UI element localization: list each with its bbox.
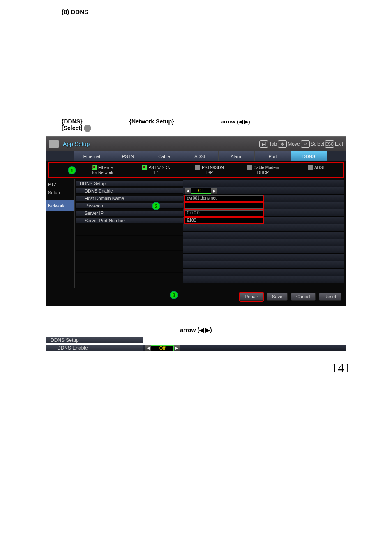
host-domain-field[interactable]: dvr001.ddns.net [185, 195, 263, 201]
intro-select: [Select] [62, 125, 83, 131]
sidebar: PTZ Setup Network [46, 179, 74, 288]
move-hint-label: Move [288, 141, 300, 147]
host-domain-label: Host Domain Name [76, 196, 183, 201]
exit-hint-icon: ESC [325, 140, 334, 148]
arrow-left-icon[interactable]: ◀ [185, 188, 191, 194]
intro-netsetup: {Network Setup} [129, 118, 174, 125]
checkbox-icon[interactable] [247, 165, 252, 170]
titlebar: App Setup ▶ITab ✥Move ↵Select ESCExit [46, 137, 346, 151]
app-window: App Setup ▶ITab ✥Move ↵Select ESCExit Et… [46, 136, 346, 306]
move-hint-icon: ✥ [278, 140, 287, 148]
sidebar-network[interactable]: Network [46, 200, 74, 211]
sp-enable-label: DDNS Enable [46, 345, 143, 351]
arrow-right-icon[interactable]: ▶ [211, 188, 217, 194]
arrow-left-icon[interactable]: ◀ [145, 345, 151, 351]
exit-hint-label: Exit [335, 141, 343, 147]
conn-pad: 1 [49, 163, 76, 177]
marker-1: 1 [68, 166, 76, 174]
page-number: 141 [0, 352, 392, 388]
buttons-row: 3 Repair Save Cancel Reset [46, 288, 346, 306]
select-hint-label: Select [311, 141, 324, 147]
sp-title: DDNS Setup [46, 337, 143, 343]
server-ip-label: Server IP [76, 211, 183, 216]
secondary-caption: arrow (◀ ▶) [0, 327, 392, 333]
conn-adsl[interactable]: ADSL [290, 163, 343, 177]
main-body: PTZ Setup Network 2 DDNS Setup DDNS Enab… [46, 179, 346, 288]
intro-line: {DDNS} {Network Setup} arrow (◀ ▶) [Sele… [0, 118, 392, 132]
tab-alarm[interactable]: Alarm [219, 151, 255, 161]
sp-off-value[interactable]: Off [151, 345, 174, 351]
intro-arrow: arrow (◀ ▶) [221, 118, 250, 125]
tab-port[interactable]: Port [255, 151, 291, 161]
repair-button[interactable]: Repair [240, 293, 263, 301]
tab-hint-label: Tab [269, 141, 277, 147]
tab-cable[interactable]: Cable [146, 151, 182, 161]
tab-hint-icon: ▶I [259, 140, 268, 148]
checkbox-checked-icon[interactable] [142, 165, 147, 170]
tab-ethernet[interactable]: Ethernet [74, 151, 110, 161]
save-button[interactable]: Save [267, 293, 288, 301]
arrow-right-icon[interactable]: ▶ [174, 345, 180, 351]
server-ip-field[interactable]: 0.0.0.0 [185, 210, 263, 216]
ddns-enable-value[interactable]: Off [191, 188, 211, 194]
checkbox-icon[interactable] [308, 165, 313, 170]
cancel-button[interactable]: Cancel [291, 293, 316, 301]
conn-ethernet[interactable]: Ethernetfor Network [76, 163, 129, 177]
select-hint-icon: ↵ [301, 140, 310, 148]
nav-hints: ▶ITab ✥Move ↵Select ESCExit [259, 140, 343, 148]
server-port-label: Server Port Number [76, 218, 183, 223]
server-port-field[interactable]: 9100 [185, 218, 263, 223]
conn-pstn[interactable]: PSTN/ISDN1:1 [129, 163, 183, 177]
checkbox-checked-icon[interactable] [92, 165, 97, 170]
ddns-setup-title: DDNS Setup [76, 181, 183, 186]
app-title: App Setup [63, 141, 90, 147]
connection-row: 1 Ethernetfor Network PSTN/ISDN1:1 PSTN/… [48, 162, 344, 178]
conn-cable-modem[interactable]: Cable ModemDHCP [236, 163, 290, 177]
tab-pstn[interactable]: PSTN [110, 151, 146, 161]
conn-pstn-isp[interactable]: PSTN/ISDNISP [183, 163, 236, 177]
secondary-panel: DDNS Setup DDNS Enable ◀ Off ▶ [46, 336, 346, 352]
sidebar-setup[interactable]: Setup [46, 187, 74, 198]
tab-ddns[interactable]: DDNS [291, 151, 327, 161]
ddns-enable-label: DDNS Enable [76, 188, 183, 194]
password-label: Password [76, 203, 183, 209]
section-heading: (8) DDNS [0, 0, 392, 15]
marker-3: 3 [170, 291, 178, 299]
tab-adsl[interactable]: ADSL [182, 151, 219, 161]
intro-ddns: {DDNS} [62, 118, 83, 125]
password-field[interactable] [185, 203, 263, 209]
tabs-row: Ethernet PSTN Cable ADSL Alarm Port DDNS [46, 151, 346, 161]
reset-button[interactable]: Reset [319, 293, 341, 301]
select-icon [84, 125, 91, 132]
checkbox-icon[interactable] [195, 165, 200, 170]
content-panel: 2 DDNS Setup DDNS Enable ◀ Off ▶ Host Do… [74, 179, 346, 288]
app-icon [49, 140, 59, 148]
